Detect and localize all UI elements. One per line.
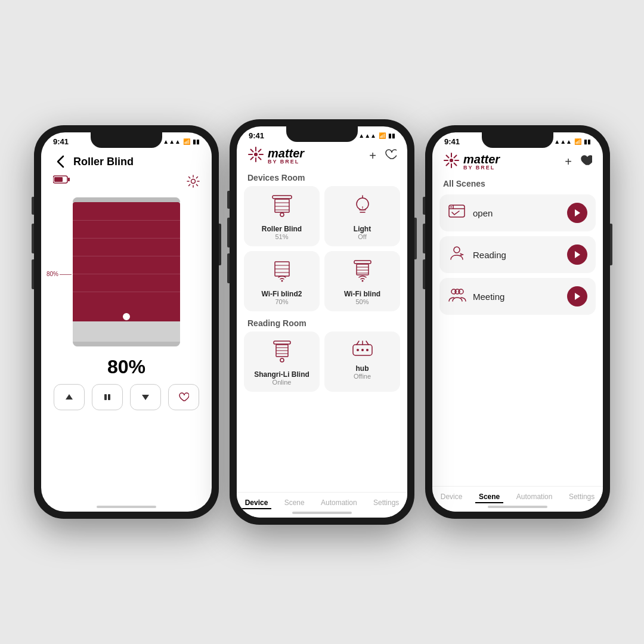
scene-play-open[interactable] (567, 203, 587, 223)
svg-line-14 (251, 157, 253, 160)
brand-sub: BY BREL (268, 159, 304, 165)
svg-rect-1 (68, 178, 70, 181)
scene-icon-reading (448, 245, 466, 264)
back-button[interactable] (52, 153, 69, 170)
blind-pause-button[interactable] (92, 384, 123, 410)
svg-point-28 (281, 280, 283, 282)
brand-sub-3: BY BREL (463, 165, 500, 171)
device-status-wifi-blind: 50% (355, 298, 369, 305)
scene-row-open[interactable]: open (439, 194, 596, 231)
device-status-wifi-blind2: 70% (275, 298, 288, 305)
svg-line-12 (259, 157, 261, 160)
scene-name-meeting: Meeting (473, 292, 560, 302)
matter-logo-icon (247, 146, 264, 166)
device-card-shangri-li[interactable]: Shangri-Li Blind Online (244, 332, 320, 392)
device-name-shangri-li: Shangri-Li Blind (254, 370, 309, 379)
heart-button-3[interactable] (580, 155, 592, 169)
add-button[interactable]: + (369, 149, 376, 163)
device-card-wifi-blind2[interactable]: Wi-Fi blind2 70% (244, 251, 320, 311)
device-name-wifi-blind2: Wi-Fi blind2 (262, 290, 302, 298)
section-title-scenes: All Scenes (432, 177, 603, 192)
device-card-roller-blind[interactable]: Roller Blind 51% (244, 186, 320, 246)
phone-roller-blind: 9:41 ▲▲▲ 📶 ▮▮ Roller Blind (34, 125, 219, 519)
battery-icon-3: ▮▮ (584, 138, 591, 145)
svg-point-43 (361, 349, 364, 351)
svg-point-3 (191, 179, 196, 184)
wifi-icon: 📶 (183, 138, 190, 145)
scene-play-meeting[interactable] (567, 286, 587, 306)
scenes-list: open Reading (432, 192, 603, 317)
svg-point-57 (450, 206, 451, 208)
device-name-wifi-blind: Wi-Fi blind (344, 290, 380, 298)
svg-point-34 (361, 280, 363, 282)
brand-name: matter (268, 147, 304, 159)
section-title-reading: Reading Room (237, 316, 407, 332)
blind-controls (41, 384, 212, 416)
device-name-roller-blind: Roller Blind (262, 225, 302, 233)
tab3-device[interactable]: Device (437, 491, 466, 503)
device-card-hub[interactable]: hub Offine (324, 332, 400, 392)
reading-room-grid: Shangri-Li Blind Online hub (237, 332, 407, 397)
notch-3 (482, 132, 553, 148)
battery-icon: ▮▮ (193, 138, 200, 145)
svg-rect-16 (275, 199, 289, 212)
wifi-icon-2: 📶 (379, 132, 386, 139)
home-indicator-2 (292, 512, 352, 514)
percent-side-label: 80% (47, 271, 58, 277)
home-indicator-1 (97, 506, 156, 508)
svg-point-44 (366, 349, 369, 351)
blind-frame (73, 197, 180, 346)
svg-point-40 (280, 358, 284, 362)
status-icons-1: ▲▲▲ 📶 ▮▮ (163, 138, 200, 145)
svg-rect-15 (273, 196, 292, 199)
tab-settings[interactable]: Settings (370, 497, 402, 509)
scene-row-reading[interactable]: Reading (439, 236, 596, 273)
svg-line-51 (454, 163, 457, 166)
matter-logo: matter BY BREL (247, 146, 304, 166)
home-indicator-3 (488, 506, 547, 508)
svg-line-11 (251, 150, 253, 152)
scene-row-meeting[interactable]: Meeting (439, 278, 596, 315)
svg-rect-4 (104, 394, 107, 400)
device-status-roller-blind: 51% (275, 233, 288, 240)
tab-scene[interactable]: Scene (281, 497, 308, 509)
roller-blind-icon (271, 194, 293, 221)
matter-logo-text-3: matter BY BREL (463, 153, 500, 171)
status-time-3: 9:41 (444, 137, 460, 146)
device-card-wifi-blind[interactable]: Wi-Fi blind 50% (324, 251, 400, 311)
device-status-hub: Offine (354, 373, 371, 380)
blind-visualization: 80% —— (41, 193, 212, 349)
add-button-3[interactable]: + (565, 155, 572, 169)
device-card-light[interactable]: Light Off (324, 186, 400, 246)
device-icons-row (41, 172, 212, 193)
matter-logo-text: matter BY BREL (268, 147, 304, 165)
heart-button[interactable] (385, 149, 397, 163)
blind-handle[interactable] (122, 312, 131, 321)
wifi-icon-3: 📶 (574, 138, 581, 145)
tab-automation[interactable]: Automation (317, 497, 361, 509)
settings-icon[interactable] (187, 175, 200, 190)
roller-blind-header: Roller Blind (41, 148, 212, 172)
scene-play-reading[interactable] (567, 244, 587, 265)
header-buttons: + (369, 149, 397, 163)
phone3-screen: 9:41 ▲▲▲ 📶 ▮▮ (432, 132, 603, 512)
tab3-settings[interactable]: Settings (565, 491, 598, 503)
tab-device[interactable]: Device (242, 497, 272, 509)
tab3-scene[interactable]: Scene (475, 491, 503, 503)
device-status-light: Off (358, 233, 366, 240)
notch-2 (286, 126, 358, 142)
devices-room-grid: Roller Blind 51% Light Off (237, 186, 407, 316)
tab3-automation[interactable]: Automation (513, 491, 556, 503)
battery-device-icon (53, 175, 70, 190)
svg-point-61 (455, 289, 460, 294)
brand-name-3: matter (463, 153, 500, 165)
blind-up-button[interactable] (54, 384, 85, 410)
blind-favorite-button[interactable] (168, 384, 199, 410)
hub-icon (351, 340, 374, 361)
blind-down-button[interactable] (130, 384, 161, 410)
matter-header-3: matter BY BREL + (432, 148, 603, 177)
svg-point-20 (280, 213, 284, 216)
matter-header: matter BY BREL + (237, 143, 407, 171)
svg-line-53 (447, 163, 449, 166)
phone-devices: 9:41 ▲▲▲ 📶 ▮▮ (230, 119, 414, 525)
